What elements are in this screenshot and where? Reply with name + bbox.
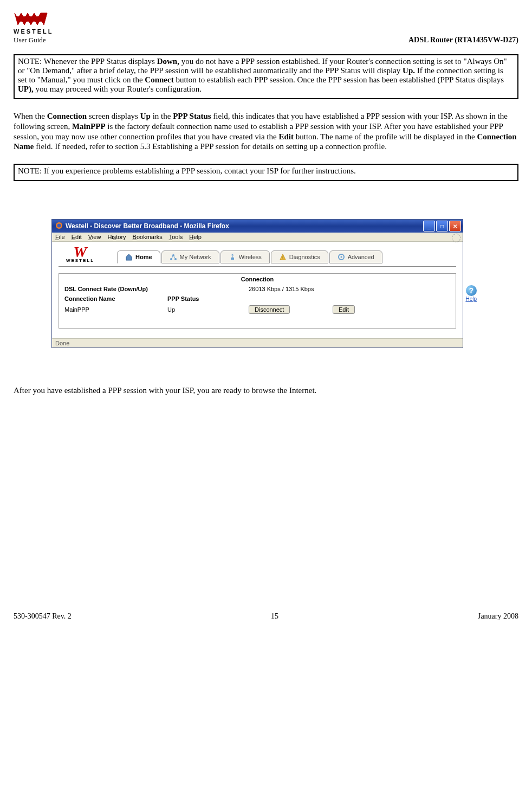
firefox-icon (55, 222, 63, 231)
page-content: W WESTELL Home My Network (52, 242, 463, 338)
ppp-status-value: Up (167, 306, 249, 313)
nav-tabs: Home My Network Wireless (117, 250, 382, 263)
svg-rect-5 (231, 258, 234, 260)
tab-wireless[interactable]: Wireless (220, 250, 270, 263)
tab-home-label: Home (135, 254, 152, 260)
connection-panel: Connection DSL Connect Rate (Down/Up) 26… (59, 273, 456, 329)
dsl-rate-value: 26013 Kbps / 1315 Kbps (249, 286, 333, 292)
tab-home[interactable]: Home (117, 250, 160, 263)
browser-titlebar: Westell - Discover Better Broadband - Mo… (52, 220, 463, 233)
window-title: Westell - Discover Better Broadband - Mo… (66, 222, 229, 230)
tab-advanced[interactable]: Advanced (329, 250, 382, 263)
disconnect-button[interactable]: Disconnect (249, 305, 290, 314)
menu-help[interactable]: Help (189, 234, 202, 240)
body-paragraph-1: When the Connection screen displays Up i… (14, 111, 518, 152)
westell-mark-icon: W (74, 246, 87, 258)
menu-view[interactable]: View (88, 234, 101, 240)
router-model-label: ADSL Router (RTA1435VW-D27) (408, 36, 518, 44)
note-box-2: NOTE: If you experience problems establi… (14, 164, 518, 181)
note-box-1: NOTE: Whenever the PPP Status displays D… (14, 54, 518, 99)
home-icon (125, 253, 133, 261)
ppp-status-label: PPP Status (167, 295, 249, 302)
footer-date: January 2008 (478, 612, 518, 621)
browser-statusbar: Done (52, 338, 463, 348)
edit-button[interactable]: Edit (333, 305, 355, 314)
browser-screenshot: Westell - Discover Better Broadband - Mo… (51, 219, 463, 348)
minimize-button[interactable]: _ (423, 221, 435, 231)
note1-bold-connect: Connect (145, 75, 173, 84)
connection-name-value: MainPPP (64, 306, 167, 313)
note1-bold-up: Up. (403, 66, 415, 75)
maximize-button[interactable]: □ (436, 221, 448, 231)
page-header: WESTELL User Guide ADSL Router (RTA1435V… (14, 11, 518, 44)
advanced-icon (338, 253, 345, 261)
header-left: WESTELL User Guide (14, 11, 54, 44)
footer-revision: 530-300547 Rev. 2 (14, 612, 72, 621)
dsl-rate-label: DSL Connect Rate (Down/Up) (64, 286, 167, 292)
throbber-icon (452, 234, 460, 242)
browser-window: Westell - Discover Better Broadband - Mo… (51, 219, 463, 348)
menu-bookmarks[interactable]: Bookmarks (133, 234, 163, 240)
status-text: Done (55, 340, 69, 346)
menu-tools[interactable]: Tools (169, 234, 183, 240)
svg-point-1 (57, 223, 61, 227)
close-button[interactable]: ✕ (449, 221, 461, 231)
note1-text4: you may proceed with your Router's confi… (34, 85, 202, 93)
window-control-buttons: _ □ ✕ (423, 221, 461, 231)
help-icon: ? (466, 285, 477, 296)
note2-text: NOTE: If you experience problems establi… (18, 166, 356, 175)
tab-my-network-label: My Network (180, 254, 211, 260)
tab-my-network[interactable]: My Network (161, 250, 219, 263)
note1-bold-upcaps: UP), (18, 85, 34, 93)
svg-text:!: ! (282, 255, 283, 260)
logo-brand-text: WESTELL (14, 28, 54, 35)
titlebar-left: Westell - Discover Better Broadband - Mo… (55, 222, 229, 231)
westell-logo-small: W WESTELL (59, 246, 102, 263)
tab-diagnostics[interactable]: ! Diagnostics (271, 250, 328, 263)
menu-file[interactable]: File (55, 234, 65, 240)
connection-name-label: Connection Name (64, 295, 167, 302)
westell-logo-icon (14, 11, 54, 28)
connection-panel-title: Connection (64, 276, 450, 282)
footer-page-number: 15 (271, 612, 278, 621)
note1-prefix: NOTE: Whenever the PPP Status displays (18, 57, 157, 66)
wireless-icon (229, 253, 236, 261)
tab-advanced-label: Advanced (348, 254, 374, 260)
connection-grid: DSL Connect Rate (Down/Up) 26013 Kbps / … (64, 286, 450, 314)
help-badge[interactable]: ? Help (465, 285, 477, 302)
westell-label: WESTELL (66, 258, 94, 263)
tab-wireless-label: Wireless (239, 254, 262, 260)
note1-bold-down: Down, (157, 57, 179, 66)
after-paragraph: After you have established a PPP session… (14, 386, 518, 395)
user-guide-label: User Guide (14, 36, 54, 44)
browser-menubar: File Edit View History Bookmarks Tools H… (52, 233, 463, 242)
menu-history[interactable]: History (107, 234, 126, 240)
help-label: Help (465, 296, 477, 302)
tab-diagnostics-label: Diagnostics (289, 254, 320, 260)
note1-text3: button to establish each PPP session. On… (174, 75, 504, 84)
svg-point-8 (340, 256, 342, 258)
page-footer: 530-300547 Rev. 2 15 January 2008 (14, 612, 518, 621)
menu-edit[interactable]: Edit (72, 234, 82, 240)
network-icon (170, 253, 177, 261)
brand-nav-row: W WESTELL Home My Network (59, 246, 456, 267)
diagnostics-icon: ! (279, 253, 287, 261)
